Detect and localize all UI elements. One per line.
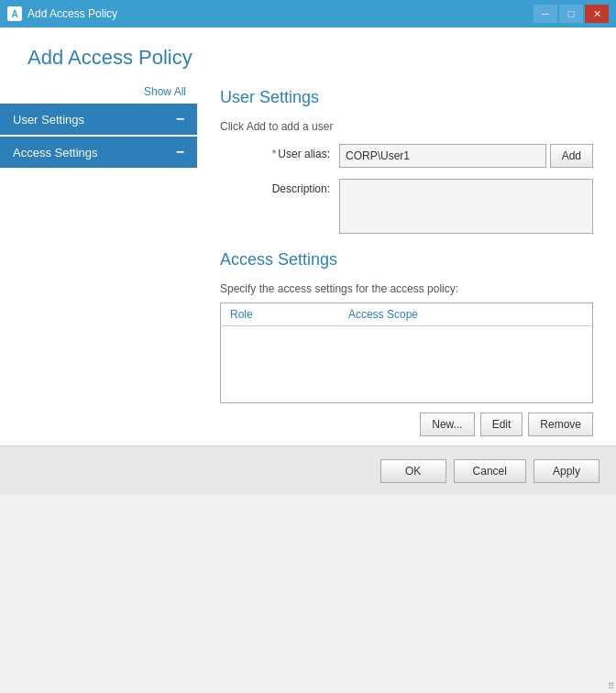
sidebar: Show All User Settings − Access Settings…: [0, 79, 197, 446]
close-button[interactable]: ✕: [585, 5, 609, 23]
ok-button[interactable]: OK: [380, 459, 446, 483]
app-icon: A: [7, 6, 22, 21]
description-row: Description:: [220, 179, 593, 234]
sidebar-item-user-settings-label: User Settings: [13, 113, 84, 126]
page-header: Add Access Policy: [0, 28, 616, 79]
required-star: *: [272, 148, 277, 160]
user-settings-hint: Click Add to add a user: [220, 120, 593, 133]
apply-button[interactable]: Apply: [534, 459, 600, 483]
table-action-row: New... Edit Remove: [220, 412, 593, 436]
sidebar-item-access-settings-label: Access Settings: [13, 146, 98, 160]
access-settings-hint: Specify the access settings for the acce…: [220, 282, 593, 295]
maximize-button[interactable]: □: [559, 5, 583, 23]
user-alias-input-group: Add: [339, 144, 593, 168]
table-empty-row: [221, 326, 593, 403]
column-access-scope: Access Scope: [339, 303, 593, 326]
cancel-button[interactable]: Cancel: [454, 459, 526, 483]
minimize-button[interactable]: ─: [534, 5, 557, 23]
bottom-bar: OK Cancel Apply: [0, 446, 616, 495]
user-alias-label: *User alias:: [220, 144, 339, 160]
remove-button[interactable]: Remove: [528, 412, 593, 436]
sidebar-item-access-settings-icon: −: [176, 144, 184, 160]
edit-button[interactable]: Edit: [480, 412, 523, 436]
user-alias-input[interactable]: [339, 144, 546, 168]
new-button[interactable]: New...: [420, 412, 474, 436]
user-alias-row: *User alias: Add: [220, 144, 593, 168]
show-all-link[interactable]: Show All: [0, 83, 197, 104]
page-title: Add Access Policy: [28, 46, 588, 70]
right-panel: User Settings Click Add to add a user *U…: [197, 79, 616, 446]
resize-corner: ⠿: [608, 681, 614, 691]
access-settings-table: Role Access Scope: [220, 302, 593, 403]
description-label: Description:: [220, 179, 339, 195]
sidebar-item-user-settings[interactable]: User Settings −: [0, 104, 197, 135]
access-settings-section-title: Access Settings: [220, 250, 593, 270]
body-area: Show All User Settings − Access Settings…: [0, 79, 616, 446]
column-role: Role: [221, 303, 339, 326]
title-bar-text: Add Access Policy: [28, 7, 534, 20]
description-textarea[interactable]: [339, 179, 593, 234]
add-user-button[interactable]: Add: [550, 144, 593, 168]
title-bar: A Add Access Policy ─ □ ✕: [0, 0, 616, 28]
title-bar-controls: ─ □ ✕: [534, 5, 609, 23]
sidebar-item-access-settings[interactable]: Access Settings −: [0, 137, 197, 168]
sidebar-item-user-settings-icon: −: [176, 111, 184, 127]
main-content: Add Access Policy Show All User Settings…: [0, 28, 616, 495]
user-settings-section-title: User Settings: [220, 88, 593, 107]
